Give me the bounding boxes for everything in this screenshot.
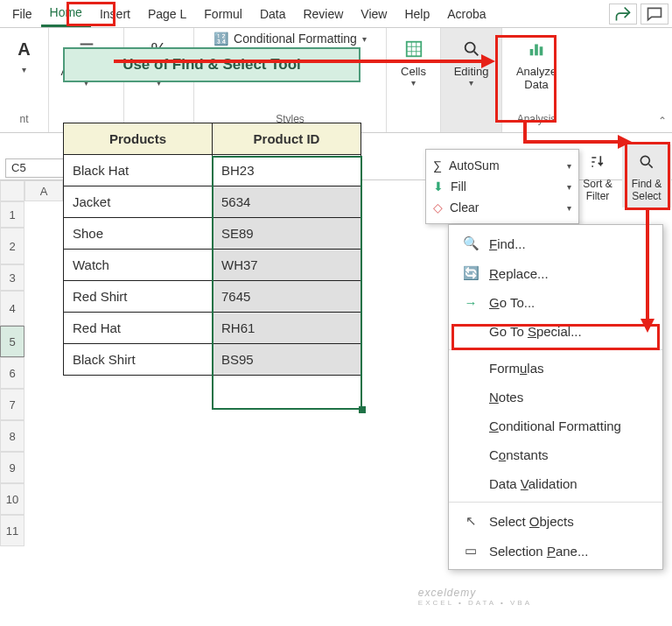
svg-rect-4 <box>540 46 543 55</box>
svg-point-1 <box>465 43 474 53</box>
share-button[interactable] <box>609 4 637 25</box>
pointer-icon: ↖ <box>463 513 479 529</box>
data-table: Products Product ID Black HatBH23 Jacket… <box>63 123 361 376</box>
fill-icon: ⬇ <box>433 179 444 193</box>
cell-c9[interactable]: 7645 <box>213 281 361 313</box>
menu-formulas[interactable]: Formulas <box>449 354 662 383</box>
autosum-label: AutoSum <box>449 158 500 172</box>
sigma-icon: ∑ <box>433 158 442 172</box>
row-header-4[interactable]: 4 <box>0 291 24 326</box>
replace-icon: 🔄 <box>463 265 479 281</box>
watermark-sub: EXCEL • DATA • VBA <box>418 599 532 607</box>
menu-data-validation[interactable]: Data Validation <box>449 469 662 498</box>
cells-icon <box>402 37 426 61</box>
goto-icon: → <box>463 295 479 310</box>
cell-b7[interactable]: Shoe <box>64 218 213 250</box>
fill-label: Fill <box>451 179 466 193</box>
group-label-font: nt <box>19 113 28 129</box>
watermark-text: exceldemy <box>418 587 476 599</box>
menu-replace[interactable]: 🔄Replace... <box>449 258 662 288</box>
watermark: exceldemy EXCEL • DATA • VBA <box>418 587 532 607</box>
cell-c8[interactable]: WH37 <box>213 250 361 281</box>
cell-b6[interactable]: Jacket <box>64 186 213 218</box>
tab-page-layout[interactable]: Page L <box>139 2 195 26</box>
fill-button[interactable]: ⬇Fill▾ <box>433 176 571 197</box>
menu-separator-2 <box>449 502 662 503</box>
cell-b10[interactable]: Red Hat <box>64 313 213 344</box>
row-header-7[interactable]: 7 <box>0 389 24 420</box>
clear-button[interactable]: ◇Clear▾ <box>433 197 571 218</box>
svg-rect-2 <box>530 49 534 55</box>
collapse-ribbon-icon[interactable]: ⌃ <box>658 115 667 127</box>
tab-home[interactable]: Home <box>41 0 91 27</box>
group-label-analysis: Analysis <box>517 113 556 129</box>
cell-b11[interactable]: Black Shirt <box>64 344 213 376</box>
title-cell[interactable]: Use of Find & Select Tool <box>63 47 360 82</box>
row-header-1[interactable]: 1 <box>0 201 24 228</box>
sort-label: Sort & Filter <box>580 178 615 202</box>
cond-fmt-icon: 🔢 <box>214 32 228 46</box>
svg-rect-0 <box>406 42 421 57</box>
find-select-button[interactable]: Find & Select <box>622 144 671 207</box>
cells-button[interactable]: Cells ▾ <box>394 32 433 93</box>
menu-notes[interactable]: Notes <box>449 383 662 411</box>
cell-c6[interactable]: 5634 <box>213 186 361 218</box>
row-header-8[interactable]: 8 <box>0 420 24 452</box>
row-header-11[interactable]: 11 <box>0 515 24 546</box>
editing-label: Editing <box>454 65 489 78</box>
header-products[interactable]: Products <box>64 123 213 155</box>
tab-review[interactable]: Review <box>294 2 352 26</box>
tab-acrobat[interactable]: Acroba <box>438 2 494 26</box>
svg-rect-3 <box>535 45 538 56</box>
col-header-A[interactable]: A <box>24 180 63 201</box>
row-headers: 1 2 3 4 5 6 7 8 9 10 11 <box>0 201 24 546</box>
cell-c5[interactable]: BH23 <box>213 155 361 186</box>
editing-dropdown: ∑AutoSum▾ ⬇Fill▾ ◇Clear▾ Sort & Filter F… <box>425 149 579 224</box>
analyze-icon <box>524 37 549 61</box>
analyze-data-button[interactable]: Analyze Data <box>509 32 564 96</box>
tab-data[interactable]: Data <box>251 2 295 26</box>
group-font: A ▾ nt <box>0 28 49 132</box>
tab-formulas[interactable]: Formul <box>195 2 251 26</box>
menu-selection-pane[interactable]: ▭Selection Pane... <box>449 536 662 566</box>
cell-b9[interactable]: Red Shirt <box>64 281 213 313</box>
row-header-5[interactable]: 5 <box>0 326 24 357</box>
editing-button[interactable]: Editing ▾ <box>447 32 496 93</box>
sort-icon <box>585 150 610 174</box>
menu-constants[interactable]: Constants <box>449 440 662 469</box>
tab-help[interactable]: Help <box>396 2 438 26</box>
tab-insert[interactable]: Insert <box>91 2 139 26</box>
menu-goto[interactable]: →Go To... <box>449 288 662 317</box>
group-cells: Cells ▾ <box>387 28 441 132</box>
cell-c7[interactable]: SE89 <box>213 218 361 250</box>
clear-label: Clear <box>450 200 479 215</box>
cell-b5[interactable]: Black Hat <box>64 155 213 186</box>
tab-file[interactable]: File <box>4 2 41 26</box>
menu-goto-special[interactable]: Go To Special... <box>449 317 662 346</box>
row-header-2[interactable]: 2 <box>0 228 24 264</box>
menu-find[interactable]: 🔍FFind...ind... <box>449 229 662 258</box>
cell-b8[interactable]: Watch <box>64 250 213 281</box>
font-color-button[interactable]: A ▾ <box>5 32 44 80</box>
cell-c11[interactable]: BS95 <box>213 344 361 376</box>
conditional-formatting-button[interactable]: 🔢Conditional Formatting ▾ <box>214 32 367 46</box>
select-all-corner[interactable] <box>0 180 24 201</box>
cells-label: Cells <box>401 65 426 78</box>
comments-button[interactable] <box>640 4 668 25</box>
row-header-9[interactable]: 9 <box>0 452 24 483</box>
row-header-3[interactable]: 3 <box>0 264 24 291</box>
autosum-button[interactable]: ∑AutoSum▾ <box>433 155 571 176</box>
menu-select-objects[interactable]: ↖Select Objects <box>449 506 662 536</box>
group-analysis: Analyze Data Analysis <box>502 28 570 132</box>
cell-c10[interactable]: RH61 <box>213 313 361 344</box>
header-product-id[interactable]: Product ID <box>213 123 361 155</box>
tab-view[interactable]: View <box>352 2 396 26</box>
find-select-label: Find & Select <box>629 178 664 202</box>
analyze-label: Analyze Data <box>516 65 556 91</box>
row-header-6[interactable]: 6 <box>0 357 24 389</box>
sort-filter-button[interactable]: Sort & Filter <box>573 144 622 207</box>
row-header-10[interactable]: 10 <box>0 483 24 515</box>
font-color-icon: A <box>12 37 37 61</box>
cond-fmt-label: Conditional Formatting <box>234 32 357 46</box>
menu-cond-fmt[interactable]: Conditional Formatting <box>449 411 662 440</box>
